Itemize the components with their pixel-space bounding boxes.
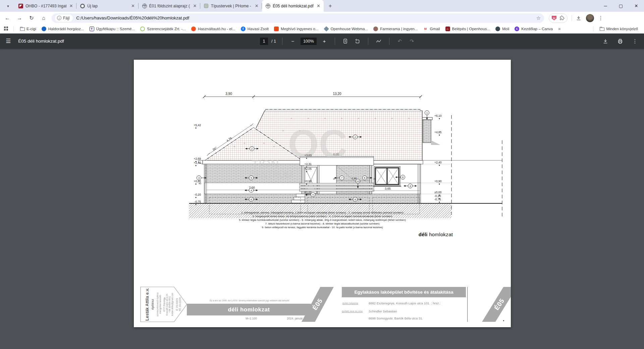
ridge-tiles [265,109,420,111]
svg-text:^: ^ [391,117,393,120]
pdf-more-icon[interactable]: ⋮ [631,37,639,46]
bookmark-2[interactable]: TÜgyfélkapu :: Szemé... [87,26,138,32]
svg-text:^: ^ [273,145,275,148]
bookmark-4[interactable]: Használtautó.hu - el... [189,26,238,32]
apps-grid-icon[interactable] [4,27,9,31]
ublock-icon[interactable]: U [552,16,556,20]
bookmark-label: Használtautó.hu - el... [198,27,235,31]
all-bookmarks-button[interactable]: Minden könyvjelző [597,26,641,32]
bookmark-0[interactable]: E-cigi [17,26,39,32]
profile-avatar[interactable] [586,14,594,22]
dimension-label: 13,20 [333,92,341,96]
bookmark-label: Farmerama | ingyen... [380,27,418,31]
bookmark-6[interactable]: Meghívó ingyenes o... [271,26,321,32]
reload-icon[interactable]: ↻ [27,13,36,23]
elevation-marker: -0,75▼ [434,198,441,203]
zoom-out-button[interactable]: − [288,37,297,46]
svg-text:^: ^ [234,145,235,148]
dimension-label: 35° [212,146,218,151]
rotate-icon[interactable] [353,37,362,46]
bookmark-7[interactable]: Openhouse Webma... [321,26,371,32]
bookmark-11[interactable]: Moli [493,26,512,32]
caption-rest: homlokzat [428,232,453,237]
print-icon[interactable] [616,37,625,46]
page-number-input[interactable]: 1 [260,38,268,45]
pdf-menu-icon[interactable]: ☰ [6,38,11,45]
new-tab-button[interactable]: + [326,2,334,10]
url-text[interactable]: C:/Users/havas/Downloads/É05%20déli%20ho… [76,15,189,20]
bookmark-label: Szerencsejáték Zrt. -... [147,27,186,31]
downloads-icon[interactable] [574,13,583,23]
file-chip[interactable]: i Fájl [55,14,73,22]
zoom-level[interactable]: 100% [301,38,317,45]
elevation-marker: +0,90▼ [434,180,442,185]
address-bar[interactable]: i Fájl C:/Users/havas/Downloads/É05%20dé… [52,13,544,23]
zoom-in-button[interactable]: + [320,37,329,46]
bookmark-label: Havasi Zsolt [248,27,269,31]
svg-text:-0,75: -0,75 [195,200,201,203]
redo-icon[interactable]: ↷ [408,37,416,46]
svg-text:10: 10 [357,180,359,183]
download-icon[interactable] [601,37,610,46]
forward-icon[interactable]: → [15,13,24,23]
close-button[interactable]: ✕ [629,0,644,12]
tab-close-icon[interactable]: ✕ [316,3,321,9]
tab-strip: ▾ OHBO - #177493 Ingatlan adat...✕Új lap… [0,0,644,12]
bookmark-label: Ügyfélkapu :: Szemé... [96,27,135,31]
bookmarks-overflow-icon[interactable]: » [555,26,563,31]
elevation-drawing: ^^^^ ^^^^ ^^^^ ^^ [134,60,511,327]
home-icon[interactable]: ⌂ [39,13,48,23]
browser-menu-icon[interactable]: ⋮ [596,13,605,23]
bookmark-5[interactable]: fHavasi Zsolt [238,26,271,32]
browser-tab-2[interactable]: É01 földszint alaprajz (2).pdf✕ [139,0,200,12]
bookmark-label: Meghívó ingyenes o... [281,27,319,31]
tab-close-icon[interactable]: ✕ [192,3,198,9]
minimize-button[interactable]: ─ [598,0,613,12]
bookmark-12[interactable]: CKezdőlap – Canva [512,26,555,32]
site-favicon [191,27,196,31]
svg-text:▼: ▼ [438,164,440,166]
right-window [373,166,401,186]
site-favicon: T [90,27,94,31]
toolbar-divider [572,15,572,21]
svg-text:-0,75: -0,75 [434,198,441,201]
svg-text:^: ^ [324,117,326,120]
elevation-marker: +2,40▼ [434,161,442,166]
bookmark-3[interactable]: Szerencsejáték Zrt. -... [138,26,189,32]
bookmark-1[interactable]: Haldorádó horgász... [39,26,87,32]
svg-text:4: 4 [251,189,252,192]
svg-text:▼: ▼ [306,194,308,196]
bookmark-label: Openhouse Webma... [331,27,368,31]
svg-text:+2,05: +2,05 [304,167,312,170]
svg-text:^: ^ [358,117,359,120]
browser-tab-1[interactable]: Új lap✕ [76,0,138,12]
legend-line: 7. látszó faszerkezet (v.barna lazúrral … [134,222,511,226]
annotate-icon[interactable] [374,37,383,46]
undo-icon[interactable]: ↶ [395,37,404,46]
bookmark-8[interactable]: Farmerama | ingyen... [371,26,420,32]
maximize-button[interactable]: ▢ [613,0,629,12]
browser-tab-4[interactable]: É05 déli homlokzat.pdf✕ [262,0,324,12]
bookmark-star-icon[interactable]: ☆ [536,15,541,21]
browser-tab-3[interactable]: Típustervek | PHome - Kerámia...✕ [200,0,262,12]
fit-page-icon[interactable] [341,37,350,46]
bookmark-9[interactable]: MGmail [421,26,443,32]
tab-close-icon[interactable]: ✕ [68,3,74,9]
svg-text:6: 6 [402,176,404,179]
tab-close-icon[interactable]: ✕ [254,3,259,9]
tab-close-icon[interactable]: ✕ [130,3,136,9]
browser-toolbar: ← → ↻ ⌂ i Fájl C:/Users/havas/Downloads/… [0,12,644,24]
back-icon[interactable]: ← [3,13,12,23]
site-favicon: C [515,27,519,31]
svg-text:▼: ▼ [195,164,197,167]
tab-title: É05 déli homlokzat.pdf [273,4,314,8]
browser-tab-0[interactable]: OHBO - #177493 Ingatlan adat...✕ [15,0,76,12]
site-favicon [324,26,329,32]
bookmark-10[interactable]: ⌂Belépés | Openhous... [443,26,493,32]
extensions-puzzle-icon[interactable] [559,15,565,20]
svg-text:+5,42: +5,42 [194,123,201,127]
pdf-viewport[interactable]: ^^^^ ^^^^ ^^^^ ^^ [0,49,644,349]
site-favicon: f [241,27,246,31]
tab-search-icon[interactable]: ▾ [3,1,13,11]
svg-text:+2,69: +2,69 [194,157,201,160]
